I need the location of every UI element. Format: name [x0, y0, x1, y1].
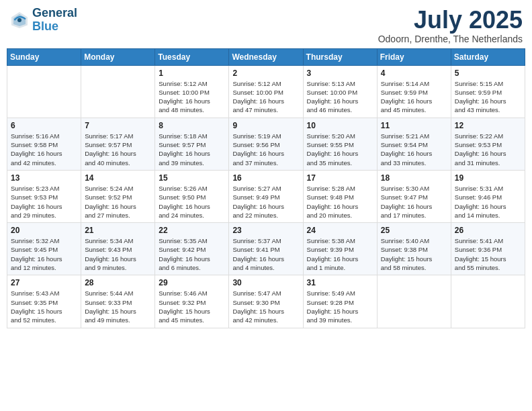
calendar-cell: 13Sunrise: 5:23 AM Sunset: 9:53 PM Dayli…	[7, 170, 81, 222]
day-info: Sunrise: 5:30 AM Sunset: 9:47 PM Dayligh…	[381, 184, 447, 220]
week-row-4: 20Sunrise: 5:32 AM Sunset: 9:45 PM Dayli…	[7, 223, 525, 275]
calendar-cell: 7Sunrise: 5:17 AM Sunset: 9:57 PM Daylig…	[81, 118, 155, 170]
week-row-1: 1Sunrise: 5:12 AM Sunset: 10:00 PM Dayli…	[7, 65, 525, 118]
calendar-cell: 3Sunrise: 5:13 AM Sunset: 10:00 PM Dayli…	[303, 65, 377, 118]
day-info: Sunrise: 5:17 AM Sunset: 9:57 PM Dayligh…	[85, 132, 151, 167]
day-info: Sunrise: 5:13 AM Sunset: 10:00 PM Daylig…	[307, 79, 373, 115]
day-number: 23	[232, 226, 299, 235]
day-number: 8	[159, 121, 225, 130]
day-info: Sunrise: 5:35 AM Sunset: 9:42 PM Dayligh…	[159, 236, 225, 272]
weekday-header-row: SundayMondayTuesdayWednesdayThursdayFrid…	[7, 48, 525, 65]
page-header: GeneralBlue July 2025 Odoorn, Drenthe, T…	[7, 7, 525, 44]
day-number: 29	[159, 278, 225, 287]
calendar-cell: 20Sunrise: 5:32 AM Sunset: 9:45 PM Dayli…	[7, 223, 81, 275]
day-number: 1	[159, 68, 225, 78]
week-row-2: 6Sunrise: 5:16 AM Sunset: 9:58 PM Daylig…	[7, 118, 525, 170]
month-title: July 2025	[378, 7, 523, 34]
day-info: Sunrise: 5:32 AM Sunset: 9:45 PM Dayligh…	[11, 236, 77, 272]
title-block: July 2025 Odoorn, Drenthe, The Netherlan…	[378, 7, 523, 44]
day-info: Sunrise: 5:15 AM Sunset: 9:59 PM Dayligh…	[455, 79, 521, 115]
calendar-cell: 10Sunrise: 5:20 AM Sunset: 9:55 PM Dayli…	[303, 118, 377, 170]
day-info: Sunrise: 5:16 AM Sunset: 9:58 PM Dayligh…	[11, 132, 77, 167]
calendar-cell	[451, 275, 525, 328]
day-info: Sunrise: 5:34 AM Sunset: 9:43 PM Dayligh…	[85, 236, 151, 272]
day-number: 31	[307, 278, 373, 287]
day-info: Sunrise: 5:22 AM Sunset: 9:53 PM Dayligh…	[455, 132, 521, 167]
weekday-saturday: Saturday	[451, 48, 525, 65]
calendar-cell: 25Sunrise: 5:40 AM Sunset: 9:38 PM Dayli…	[377, 223, 451, 275]
calendar-cell: 27Sunrise: 5:43 AM Sunset: 9:35 PM Dayli…	[7, 275, 81, 328]
day-number: 26	[455, 226, 521, 235]
day-number: 12	[455, 121, 521, 130]
day-number: 25	[381, 226, 447, 235]
day-number: 24	[307, 226, 373, 235]
day-number: 10	[307, 121, 373, 130]
day-info: Sunrise: 5:49 AM Sunset: 9:28 PM Dayligh…	[307, 289, 373, 324]
week-row-5: 27Sunrise: 5:43 AM Sunset: 9:35 PM Dayli…	[7, 275, 525, 328]
calendar-cell: 4Sunrise: 5:14 AM Sunset: 9:59 PM Daylig…	[377, 65, 451, 118]
week-row-3: 13Sunrise: 5:23 AM Sunset: 9:53 PM Dayli…	[7, 170, 525, 222]
day-number: 21	[85, 226, 151, 235]
day-info: Sunrise: 5:21 AM Sunset: 9:54 PM Dayligh…	[381, 132, 447, 167]
calendar-cell: 24Sunrise: 5:38 AM Sunset: 9:39 PM Dayli…	[303, 223, 377, 275]
calendar-cell: 30Sunrise: 5:47 AM Sunset: 9:30 PM Dayli…	[229, 275, 303, 328]
day-info: Sunrise: 5:12 AM Sunset: 10:00 PM Daylig…	[159, 79, 225, 115]
calendar-cell: 22Sunrise: 5:35 AM Sunset: 9:42 PM Dayli…	[155, 223, 229, 275]
day-info: Sunrise: 5:41 AM Sunset: 9:36 PM Dayligh…	[455, 236, 521, 272]
day-number: 20	[11, 226, 77, 235]
day-number: 5	[455, 68, 521, 78]
day-number: 11	[381, 121, 447, 130]
day-info: Sunrise: 5:31 AM Sunset: 9:46 PM Dayligh…	[455, 184, 521, 220]
day-number: 18	[381, 173, 447, 183]
calendar-cell: 12Sunrise: 5:22 AM Sunset: 9:53 PM Dayli…	[451, 118, 525, 170]
day-info: Sunrise: 5:47 AM Sunset: 9:30 PM Dayligh…	[232, 289, 299, 324]
day-info: Sunrise: 5:26 AM Sunset: 9:50 PM Dayligh…	[159, 184, 225, 220]
day-number: 9	[232, 121, 299, 130]
calendar-cell: 15Sunrise: 5:26 AM Sunset: 9:50 PM Dayli…	[155, 170, 229, 222]
day-info: Sunrise: 5:28 AM Sunset: 9:48 PM Dayligh…	[307, 184, 373, 220]
day-number: 19	[455, 173, 521, 183]
calendar-table: SundayMondayTuesdayWednesdayThursdayFrid…	[7, 48, 525, 328]
day-info: Sunrise: 5:12 AM Sunset: 10:00 PM Daylig…	[232, 79, 299, 115]
logo: GeneralBlue	[9, 7, 77, 34]
day-number: 13	[11, 173, 77, 183]
weekday-monday: Monday	[81, 48, 155, 65]
day-info: Sunrise: 5:38 AM Sunset: 9:39 PM Dayligh…	[307, 236, 373, 272]
calendar-cell: 1Sunrise: 5:12 AM Sunset: 10:00 PM Dayli…	[155, 65, 229, 118]
calendar-cell: 18Sunrise: 5:30 AM Sunset: 9:47 PM Dayli…	[377, 170, 451, 222]
day-info: Sunrise: 5:20 AM Sunset: 9:55 PM Dayligh…	[307, 132, 373, 167]
day-info: Sunrise: 5:18 AM Sunset: 9:57 PM Dayligh…	[159, 132, 225, 167]
calendar-cell: 5Sunrise: 5:15 AM Sunset: 9:59 PM Daylig…	[451, 65, 525, 118]
weekday-sunday: Sunday	[7, 48, 81, 65]
weekday-thursday: Thursday	[303, 48, 377, 65]
calendar-cell: 9Sunrise: 5:19 AM Sunset: 9:56 PM Daylig…	[229, 118, 303, 170]
calendar-cell	[377, 275, 451, 328]
day-info: Sunrise: 5:43 AM Sunset: 9:35 PM Dayligh…	[11, 289, 77, 324]
svg-point-2	[17, 18, 21, 22]
day-info: Sunrise: 5:27 AM Sunset: 9:49 PM Dayligh…	[232, 184, 299, 220]
calendar-cell: 26Sunrise: 5:41 AM Sunset: 9:36 PM Dayli…	[451, 223, 525, 275]
day-number: 2	[232, 68, 299, 78]
day-info: Sunrise: 5:14 AM Sunset: 9:59 PM Dayligh…	[381, 79, 447, 115]
location: Odoorn, Drenthe, The Netherlands	[378, 34, 523, 44]
day-info: Sunrise: 5:23 AM Sunset: 9:53 PM Dayligh…	[11, 184, 77, 220]
day-number: 22	[159, 226, 225, 235]
calendar-cell: 16Sunrise: 5:27 AM Sunset: 9:49 PM Dayli…	[229, 170, 303, 222]
day-info: Sunrise: 5:19 AM Sunset: 9:56 PM Dayligh…	[232, 132, 299, 167]
day-number: 15	[159, 173, 225, 183]
day-number: 17	[307, 173, 373, 183]
day-number: 30	[232, 278, 299, 287]
day-number: 14	[85, 173, 151, 183]
calendar-cell: 29Sunrise: 5:46 AM Sunset: 9:32 PM Dayli…	[155, 275, 229, 328]
weekday-friday: Friday	[377, 48, 451, 65]
logo-text: GeneralBlue	[32, 7, 77, 34]
day-info: Sunrise: 5:37 AM Sunset: 9:41 PM Dayligh…	[232, 236, 299, 272]
calendar-cell: 23Sunrise: 5:37 AM Sunset: 9:41 PM Dayli…	[229, 223, 303, 275]
day-info: Sunrise: 5:40 AM Sunset: 9:38 PM Dayligh…	[381, 236, 447, 272]
logo-icon	[9, 10, 30, 30]
day-number: 4	[381, 68, 447, 78]
calendar-cell: 14Sunrise: 5:24 AM Sunset: 9:52 PM Dayli…	[81, 170, 155, 222]
calendar-cell	[7, 65, 81, 118]
calendar-cell: 19Sunrise: 5:31 AM Sunset: 9:46 PM Dayli…	[451, 170, 525, 222]
calendar-cell: 31Sunrise: 5:49 AM Sunset: 9:28 PM Dayli…	[303, 275, 377, 328]
